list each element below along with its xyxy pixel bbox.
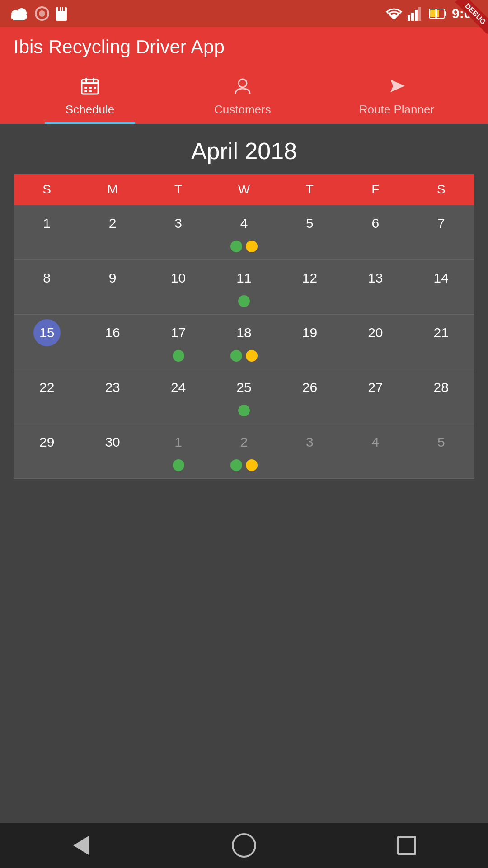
yellow-dot — [246, 241, 258, 252]
dot-row — [230, 241, 258, 252]
svg-point-4 — [39, 10, 45, 17]
bottom-navigation — [0, 823, 488, 868]
wifi-icon — [385, 6, 403, 21]
app-header: Ibis Recycling Driver App Schedule — [0, 27, 488, 124]
svg-rect-20 — [93, 78, 94, 82]
green-dot — [238, 295, 250, 307]
table-row[interactable]: 12 — [277, 260, 343, 314]
table-row[interactable]: 23 — [80, 369, 145, 424]
svg-rect-23 — [94, 87, 96, 89]
table-row[interactable]: 21 — [408, 315, 474, 369]
svg-rect-9 — [408, 15, 410, 21]
svg-rect-12 — [418, 7, 421, 21]
svg-rect-21 — [84, 87, 87, 89]
tab-route-planner-label: Route Planner — [359, 103, 434, 117]
table-row[interactable]: 3 — [277, 424, 343, 478]
table-row[interactable]: 20 — [343, 315, 408, 369]
dot-row — [173, 350, 184, 362]
svg-rect-19 — [85, 78, 87, 82]
table-row[interactable]: 4 — [211, 205, 277, 259]
table-row[interactable]: 6 — [343, 205, 408, 259]
table-row[interactable]: 19 — [277, 315, 343, 369]
svg-point-2 — [17, 8, 27, 18]
tab-schedule-label: Schedule — [66, 103, 114, 117]
home-icon — [232, 833, 256, 858]
calendar-week-5: 29 30 1 2 3 4 5 — [14, 424, 474, 478]
day-header-thu: T — [277, 174, 343, 205]
svg-rect-7 — [61, 7, 62, 11]
table-row[interactable]: 11 — [211, 260, 277, 314]
table-row[interactable]: 28 — [408, 369, 474, 424]
green-dot — [238, 405, 250, 416]
table-row[interactable]: 4 — [343, 424, 408, 478]
svg-rect-24 — [84, 90, 87, 92]
table-row[interactable]: 3 — [145, 205, 211, 259]
table-row[interactable]: 16 — [80, 315, 145, 369]
table-row[interactable]: 24 — [145, 369, 211, 424]
green-dot — [173, 350, 184, 362]
debug-ribbon: DEBUG — [464, 2, 488, 26]
table-row[interactable]: 22 — [14, 369, 80, 424]
table-row[interactable]: 29 — [14, 424, 80, 478]
table-row[interactable]: 26 — [277, 369, 343, 424]
table-row[interactable]: 14 — [408, 260, 474, 314]
table-row[interactable]: 7 — [408, 205, 474, 259]
table-row[interactable]: 15 — [14, 315, 80, 369]
table-row[interactable]: 17 — [145, 315, 211, 369]
recents-icon — [397, 836, 416, 855]
day-header-sun: S — [14, 174, 80, 205]
table-row[interactable]: 2 — [211, 424, 277, 478]
day-header-tue: T — [145, 174, 211, 205]
table-row[interactable]: 5 — [408, 424, 474, 478]
home-button[interactable] — [226, 827, 262, 863]
schedule-icon — [80, 76, 100, 99]
status-icons-left — [9, 5, 68, 22]
signal-icon — [408, 6, 424, 21]
calendar-container: April 2018 S M T W T F S 1 2 3 4 5 6 — [0, 124, 488, 479]
table-row[interactable]: 27 — [343, 369, 408, 424]
svg-rect-14 — [445, 11, 446, 16]
calendar-month-title: April 2018 — [9, 137, 479, 165]
tab-schedule[interactable]: Schedule — [45, 71, 135, 124]
green-dot — [230, 459, 242, 471]
svg-rect-8 — [63, 7, 65, 11]
table-row[interactable]: 25 — [211, 369, 277, 424]
calendar-week-2: 8 9 10 11 12 13 14 — [14, 259, 474, 314]
calendar-week-1: 1 2 3 4 5 6 7 — [14, 205, 474, 259]
cloud-icon — [9, 7, 29, 20]
svg-point-26 — [239, 79, 247, 87]
day-header-mon: M — [80, 174, 145, 205]
tab-route-planner[interactable]: Route Planner — [350, 71, 443, 124]
table-row[interactable]: 1 — [145, 424, 211, 478]
table-row[interactable]: 30 — [80, 424, 145, 478]
table-row[interactable]: 18 — [211, 315, 277, 369]
svg-rect-10 — [411, 13, 414, 21]
svg-rect-22 — [89, 87, 92, 89]
nav-tabs: Schedule Customers Route Planner — [14, 71, 474, 124]
svg-rect-16 — [435, 9, 437, 18]
table-row[interactable]: 13 — [343, 260, 408, 314]
green-dot — [173, 459, 184, 471]
sd-card-icon — [55, 5, 68, 22]
table-row[interactable]: 8 — [14, 260, 80, 314]
table-row[interactable]: 2 — [80, 205, 145, 259]
back-icon — [73, 835, 89, 855]
table-row[interactable]: 1 — [14, 205, 80, 259]
svg-marker-27 — [390, 80, 405, 92]
calendar-week-3: 15 16 17 18 19 20 21 — [14, 314, 474, 369]
tab-customers-label: Customers — [214, 103, 271, 117]
table-row[interactable]: 9 — [80, 260, 145, 314]
yellow-dot — [246, 350, 258, 362]
calendar-week-4: 22 23 24 25 26 27 28 — [14, 369, 474, 424]
route-planner-icon — [387, 76, 407, 99]
battery-icon — [428, 6, 447, 21]
back-button[interactable] — [63, 827, 99, 863]
dot-row — [230, 350, 258, 362]
tab-customers[interactable]: Customers — [197, 71, 288, 124]
svg-rect-18 — [82, 82, 98, 84]
table-row[interactable]: 5 — [277, 205, 343, 259]
status-bar: 9:06 — [0, 0, 488, 27]
day-header-fri: F — [343, 174, 408, 205]
table-row[interactable]: 10 — [145, 260, 211, 314]
recents-button[interactable] — [389, 827, 425, 863]
